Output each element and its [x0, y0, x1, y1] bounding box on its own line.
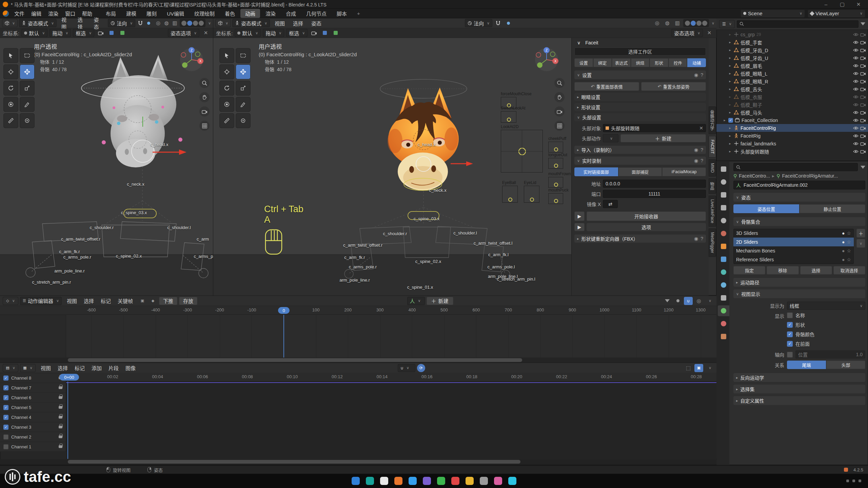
motion-paths-header[interactable]: ▸运动路径: [733, 278, 865, 287]
render-camera-icon[interactable]: [860, 149, 866, 154]
current-time-indicator[interactable]: 0+00: [59, 374, 79, 381]
add-collection-button[interactable]: ＋: [856, 229, 865, 238]
properties-tab-output[interactable]: [718, 189, 729, 200]
overlap-toggle-icon[interactable]: [107, 29, 116, 37]
tweak-tool[interactable]: [3, 48, 18, 63]
bone-label[interactable]: c_stretch_arm_pin.r: [32, 280, 71, 285]
display-check-名称[interactable]: 名称: [787, 312, 814, 319]
overlay-icon[interactable]: ⬚: [684, 364, 693, 372]
faceit-tab-0[interactable]: 设置: [574, 58, 593, 67]
properties-tab-view-layer[interactable]: [718, 202, 729, 213]
tweak-tool[interactable]: [219, 48, 234, 63]
transform-tool[interactable]: [3, 97, 18, 112]
ik-header[interactable]: ▸反向运动学: [733, 373, 865, 382]
outliner-item-name[interactable]: 低模_牙齿_U: [741, 55, 768, 61]
playhead-line[interactable]: [67, 382, 68, 459]
shading-material-icon[interactable]: [193, 21, 198, 26]
faceit-tab-1[interactable]: 绑定: [593, 58, 612, 67]
help-icon[interactable]: ?: [701, 158, 703, 163]
channel-row-Channel 3[interactable]: Channel 3: [0, 422, 66, 432]
gizmo-toggle-icon[interactable]: ◎: [653, 19, 662, 27]
camera-view-icon[interactable]: [554, 106, 565, 117]
expand-icon[interactable]: ▸: [728, 48, 732, 52]
faceit-panel-title[interactable]: Faceit: [585, 40, 598, 45]
workspace-tab-4[interactable]: 纹理绘制: [190, 9, 219, 18]
blender-menu-icon[interactable]: [3, 11, 9, 17]
close-icon[interactable]: ✕: [705, 29, 714, 37]
start-receiver-button[interactable]: 开始接收器: [587, 211, 706, 221]
editor-type-button[interactable]: ▤∨: [3, 364, 18, 372]
bone-collection-3D Sliders[interactable]: 3D Sliders ● ☆: [733, 229, 854, 238]
axes-checkbox[interactable]: [787, 352, 793, 358]
ortho-grid-icon[interactable]: [199, 121, 210, 131]
navigation-gizmo[interactable]: Z X: [534, 46, 559, 73]
channel-row-Channel 8[interactable]: Channel 8: [0, 373, 66, 383]
auto-snap-dropdown[interactable]: ∨: [705, 297, 714, 305]
outliner-row-Faceit_Collection[interactable]: ▸ Faceit_Collection: [716, 116, 868, 124]
pivot-dropdown[interactable]: 默认∨: [21, 29, 47, 37]
visibility-dot-icon[interactable]: ●: [842, 230, 845, 236]
bone-label[interactable]: arm_pole_line.r: [339, 278, 370, 283]
axes-position-slider[interactable]: 位置1.0: [795, 350, 865, 359]
bone-collections-header[interactable]: ∨骨骼集合: [733, 217, 865, 226]
visibility-dot-icon[interactable]: ●: [842, 239, 845, 245]
expand-icon[interactable]: ▸: [728, 87, 732, 91]
transform-orientation-select[interactable]: 法向∨: [465, 19, 492, 27]
expand-icon[interactable]: ▸: [728, 72, 732, 75]
taskbar-app-icon-3[interactable]: [394, 477, 402, 485]
faceit-slider-EyeBall[interactable]: EyeBall: [502, 180, 518, 203]
annotate-tool[interactable]: [20, 97, 35, 112]
bone-collection-2D Sliders[interactable]: 2D Sliders ● ☆: [733, 238, 854, 246]
sequencer-menu-1[interactable]: 选择: [54, 364, 71, 371]
expand-icon[interactable]: ▸: [728, 79, 732, 83]
hide-eye-icon[interactable]: [853, 33, 859, 37]
hide-eye-icon[interactable]: [853, 40, 859, 44]
shading-rendered-icon[interactable]: [199, 21, 204, 26]
live-tab-1[interactable]: 面部捕捉: [618, 167, 662, 176]
taskbar-app-icon-0[interactable]: [352, 477, 360, 485]
properties-search-input[interactable]: [733, 163, 858, 171]
snap-icon[interactable]: ∪: [684, 297, 693, 305]
relations-头部[interactable]: 头部: [826, 361, 865, 369]
outliner-row-低模_牙齿_U[interactable]: ▸ 低模_牙齿_U: [716, 54, 868, 62]
taskbar-app-icon-2[interactable]: [380, 477, 388, 485]
menu-view[interactable]: 视图: [271, 20, 288, 27]
render-camera-icon[interactable]: [860, 87, 866, 91]
expand-icon[interactable]: ▸: [728, 149, 732, 153]
main-menu-0[interactable]: 文件: [11, 10, 28, 17]
port-field[interactable]: 11111: [603, 190, 706, 198]
stash-button[interactable]: 存放: [179, 297, 197, 305]
filter-icon[interactable]: [861, 166, 865, 169]
outliner-row-facial_landmarks[interactable]: ▸ facial_landmarks: [716, 140, 868, 147]
expand-icon[interactable]: ▸: [728, 64, 732, 67]
taskbar-app-icon-4[interactable]: [409, 477, 417, 485]
head-settings-header[interactable]: ∨头部设置: [574, 113, 706, 121]
scale-tool[interactable]: [236, 81, 251, 96]
faceit-tab-2[interactable]: 表达式: [612, 58, 631, 67]
hide-eye-icon[interactable]: [853, 103, 859, 107]
rest-position-button[interactable]: 静止位置: [800, 204, 865, 213]
snap-dropdown[interactable]: ∪∨: [398, 364, 415, 372]
sequencer-menu-3[interactable]: 添加: [88, 364, 105, 371]
hide-eye-icon[interactable]: [853, 72, 859, 76]
channel-row-Channel 2[interactable]: Channel 2: [0, 432, 66, 442]
collection-specials-button[interactable]: ∨: [856, 239, 865, 248]
expand-icon[interactable]: ▸: [728, 95, 732, 99]
properties-tab-physics[interactable]: [718, 280, 729, 290]
bone-label[interactable]: c_arms_pole.r: [63, 255, 91, 260]
address-field[interactable]: 0.0.0.0: [603, 180, 706, 188]
help-icon[interactable]: ?: [701, 236, 703, 241]
faceit-tab-5[interactable]: 控件: [669, 58, 687, 67]
outliner-item-name[interactable]: 低模_衣服: [741, 94, 762, 100]
outliner-item-name[interactable]: 低模_眼睛_L: [741, 70, 767, 77]
bone-label[interactable]: c_arm_fk.r: [59, 249, 80, 254]
sidebar-tab-骨骼动力学[interactable]: 骨骼动力学: [709, 106, 716, 134]
cursor-tool[interactable]: [219, 64, 234, 79]
outliner-row-低模_眼睛_R[interactable]: ▸ 低模_眼睛_R: [716, 77, 868, 85]
cursor-tool[interactable]: [3, 64, 18, 79]
render-camera-icon[interactable]: [860, 79, 866, 83]
render-camera-icon[interactable]: [860, 56, 866, 60]
expand-icon[interactable]: ▸: [728, 103, 732, 106]
bone-label[interactable]: c_arms_p: [194, 254, 213, 259]
measure-tool[interactable]: [3, 113, 18, 128]
